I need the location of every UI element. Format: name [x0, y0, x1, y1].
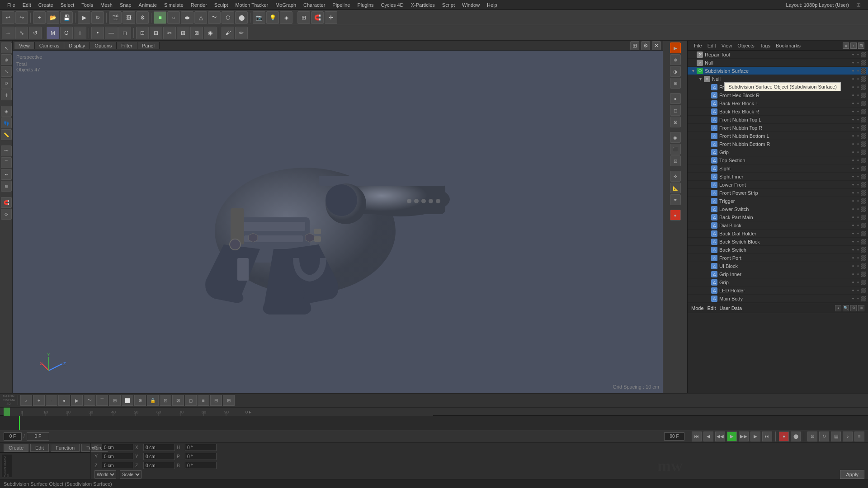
tree-visibility-btn[interactable]: ●	[851, 166, 855, 171]
tree-render-btn[interactable]: ●	[856, 85, 860, 89]
bevel-btn[interactable]: ⊟	[150, 27, 162, 39]
cylinder-btn[interactable]: ⬬	[181, 11, 193, 24]
play-back-btn[interactable]: ◀◀	[715, 432, 725, 441]
snap-x-btn[interactable]: ✛	[670, 171, 681, 182]
tree-render-btn[interactable]: ●	[856, 231, 860, 236]
x2-input[interactable]	[143, 444, 175, 451]
scale-btn[interactable]: ⤡	[15, 27, 28, 39]
tree-render-btn[interactable]: ●	[856, 126, 860, 130]
menu-render[interactable]: Render	[187, 2, 211, 8]
prev-frame-btn[interactable]: ◀	[703, 432, 713, 441]
spline-btn[interactable]: 〜	[208, 11, 221, 24]
move-btn[interactable]: ↔	[2, 27, 14, 39]
undo-btn[interactable]: ↩	[2, 11, 14, 24]
rotate-btn[interactable]: ↺	[29, 27, 42, 39]
motion-system-btn[interactable]: ⊡	[807, 432, 817, 441]
tree-render-btn[interactable]: ●	[856, 272, 860, 277]
tab-options[interactable]: Options	[90, 42, 117, 49]
brush-btn[interactable]: ✏	[235, 27, 248, 39]
grid-view-btn[interactable]: ⊠	[670, 117, 681, 127]
go-start-btn[interactable]: ⏮	[692, 432, 702, 441]
panel-menu-tags[interactable]: Tags	[757, 43, 773, 48]
sound-btn[interactable]: ♪	[843, 432, 853, 441]
texture-view-btn[interactable]: ⬛	[670, 144, 681, 155]
auto-key-btn[interactable]: ⬤	[791, 432, 801, 441]
tree-item[interactable]: △Grip●●	[688, 148, 868, 156]
tree-visibility-btn[interactable]: ●	[851, 85, 855, 89]
menu-create[interactable]: Create	[35, 2, 57, 8]
z2-input[interactable]	[143, 462, 175, 469]
weld-btn[interactable]: ◉	[204, 27, 217, 39]
spline-tool-btn[interactable]: 〜	[1, 145, 12, 156]
magnet-btn[interactable]: 🧲	[1, 197, 12, 208]
tab-display[interactable]: Display	[64, 42, 90, 49]
tab-panel[interactable]: Panel	[137, 42, 160, 49]
wireframe-btn[interactable]: ⊞	[670, 78, 681, 89]
menu-animate[interactable]: Animate	[135, 2, 160, 8]
redo-btn[interactable]: ↪	[15, 11, 28, 24]
tree-visibility-btn[interactable]: ●	[851, 69, 855, 73]
props-tab-edit[interactable]: Edit	[708, 305, 716, 311]
materials-btn[interactable]: ◈	[280, 11, 292, 24]
tree-visibility-btn[interactable]: ●	[851, 183, 855, 187]
tree-visibility-btn[interactable]: ●	[851, 126, 855, 130]
tree-item[interactable]: △Back Hex Block R●●	[688, 108, 868, 116]
current-frame-input[interactable]	[27, 432, 49, 441]
tab-view[interactable]: View	[14, 42, 35, 49]
fps-input[interactable]	[664, 432, 684, 441]
tree-render-btn[interactable]: ●	[856, 109, 860, 114]
tl-curve-btn[interactable]: ⌒	[96, 395, 108, 406]
tree-item[interactable]: △Dial Block●●	[688, 221, 868, 230]
tree-render-btn[interactable]: ●	[856, 199, 860, 203]
loop-btn[interactable]: ↻	[91, 11, 104, 24]
x-input[interactable]	[102, 444, 133, 451]
tree-item[interactable]: △Sight●●	[688, 164, 868, 173]
tree-render-btn[interactable]: ●	[856, 264, 860, 268]
viewport-3d[interactable]: Perspective Total Objects 47	[13, 51, 663, 393]
menu-simulate[interactable]: Simulate	[160, 2, 187, 8]
texture-btn[interactable]: T	[74, 27, 86, 39]
viewport-close-btn[interactable]: ✕	[652, 41, 661, 50]
menu-tools[interactable]: Tools	[78, 2, 97, 8]
tree-render-btn[interactable]: ●	[856, 296, 860, 301]
menu-plugins[interactable]: Plugins	[354, 2, 377, 8]
tree-render-btn[interactable]: ●	[856, 239, 860, 244]
menu-mesh[interactable]: Mesh	[97, 2, 116, 8]
cube-btn[interactable]: ■	[154, 11, 166, 24]
scale-tool-btn[interactable]: ⤡	[1, 66, 12, 77]
tree-visibility-btn[interactable]: ●	[851, 109, 855, 114]
panel-icon2[interactable]: ⋮	[850, 42, 857, 49]
menu-select[interactable]: Select	[57, 2, 78, 8]
tree-item[interactable]: △Back Switch●●	[688, 246, 868, 254]
panel-menu-bookmarks[interactable]: Bookmarks	[773, 43, 803, 48]
tree-visibility-btn[interactable]: ●	[851, 288, 855, 293]
flat-view-btn[interactable]: ◻	[670, 105, 681, 116]
props-tab-userdata[interactable]: User Data	[720, 305, 742, 311]
tree-item[interactable]: △Back Dial Holder●●	[688, 230, 868, 238]
tl-minimize-btn[interactable]: ⊞	[223, 395, 235, 406]
tree-item[interactable]: △Front Nubbin Top R●●	[688, 124, 868, 132]
play-btn[interactable]: ▶	[727, 432, 737, 441]
playback-mode-btn[interactable]: ↻	[819, 432, 829, 441]
menu-script[interactable]: Script	[439, 2, 458, 8]
tree-render-btn[interactable]: ●	[856, 183, 860, 187]
poly-mode-btn[interactable]: ◻	[118, 27, 131, 39]
tree-visibility-btn[interactable]: ●	[851, 223, 855, 228]
pen-btn[interactable]: ✒	[1, 169, 12, 180]
tree-render-btn[interactable]: ●	[856, 166, 860, 171]
menu-character[interactable]: Character	[300, 2, 329, 8]
tree-visibility-btn[interactable]: ●	[851, 272, 855, 277]
smooth-btn[interactable]: ≋	[1, 181, 12, 192]
tree-item[interactable]: △Front Hex Block R●●	[688, 91, 868, 99]
tree-item[interactable]: △Grip●●	[688, 278, 868, 286]
tree-item[interactable]: △Front Nubbin Bottom R●●	[688, 140, 868, 148]
tl-keyframe-btn[interactable]: ⬦	[20, 395, 32, 406]
tree-render-btn[interactable]: ●	[856, 150, 860, 155]
tree-render-btn[interactable]: ●	[856, 142, 860, 146]
tree-item[interactable]: △Front Port●●	[688, 254, 868, 262]
pen-view-btn[interactable]: ✒	[670, 194, 681, 205]
knife-btn[interactable]: ✂	[163, 27, 176, 39]
tree-item[interactable]: △Main Body●●	[688, 295, 868, 303]
tree-item[interactable]: △Front Nubbin Bottom L●●	[688, 132, 868, 140]
tree-item[interactable]: △Back Switch Block●●	[688, 238, 868, 246]
